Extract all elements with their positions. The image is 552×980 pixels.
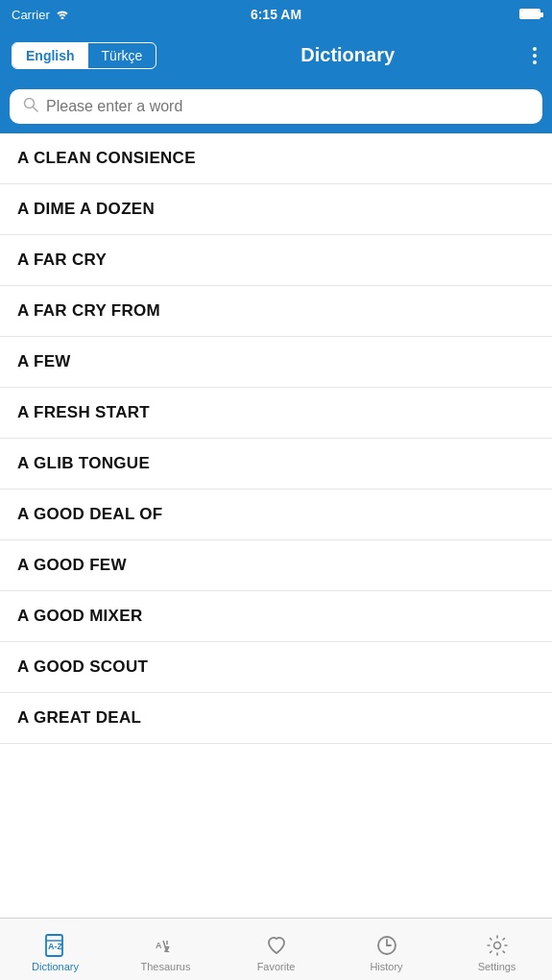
tab-dictionary-label: Dictionary <box>32 961 79 972</box>
list-item[interactable]: A FRESH START <box>0 388 552 439</box>
tab-bar: A-Z Dictionary A Z Thesaurus Favorite <box>0 918 552 980</box>
tab-settings[interactable]: Settings <box>442 927 552 972</box>
list-item[interactable]: A GOOD SCOUT <box>0 642 552 693</box>
list-item[interactable]: A DIME A DOZEN <box>0 184 552 235</box>
battery-icon <box>519 8 540 22</box>
svg-point-10 <box>493 942 500 948</box>
more-options-button[interactable] <box>529 43 540 68</box>
tab-history-label: History <box>370 961 402 972</box>
search-input[interactable] <box>46 98 529 115</box>
svg-text:A-Z: A-Z <box>48 942 62 951</box>
history-icon <box>374 933 399 958</box>
favorite-icon <box>264 933 289 958</box>
status-time: 6:15 AM <box>251 7 301 22</box>
list-item[interactable]: A GOOD FEW <box>0 540 552 591</box>
list-item[interactable]: A FAR CRY FROM <box>0 286 552 337</box>
header-title: Dictionary <box>166 44 529 66</box>
tab-thesaurus[interactable]: A Z Thesaurus <box>110 927 221 972</box>
thesaurus-icon: A Z <box>154 933 179 958</box>
tab-history[interactable]: History <box>331 927 442 972</box>
english-lang-button[interactable]: English <box>12 43 88 68</box>
turkish-lang-button[interactable]: Türkçe <box>88 43 156 68</box>
language-switcher[interactable]: English Türkçe <box>12 42 156 69</box>
tab-favorite[interactable]: Favorite <box>221 927 331 972</box>
tab-thesaurus-label: Thesaurus <box>141 961 191 972</box>
list-item[interactable]: A FEW <box>0 337 552 388</box>
list-item[interactable]: A GREAT DEAL <box>0 693 552 744</box>
tab-settings-label: Settings <box>478 961 516 972</box>
status-bar: Carrier 6:15 AM <box>0 0 552 29</box>
search-icon <box>23 97 38 116</box>
carrier-label: Carrier <box>12 8 50 22</box>
svg-text:A: A <box>156 941 162 950</box>
search-container <box>0 82 552 133</box>
list-item[interactable]: A GLIB TONGUE <box>0 439 552 490</box>
app-header: English Türkçe Dictionary <box>0 29 552 82</box>
tab-dictionary[interactable]: A-Z Dictionary <box>0 927 110 972</box>
wifi-icon <box>55 8 70 22</box>
list-item[interactable]: A GOOD DEAL OF <box>0 490 552 540</box>
dictionary-icon: A-Z <box>43 933 68 958</box>
search-bar <box>10 89 542 124</box>
list-item[interactable]: A FAR CRY <box>0 235 552 286</box>
word-list: A CLEAN CONSIENCEA DIME A DOZENA FAR CRY… <box>0 133 552 918</box>
svg-line-1 <box>34 108 38 112</box>
settings-icon <box>485 933 510 958</box>
list-item[interactable]: A GOOD MIXER <box>0 591 552 642</box>
tab-favorite-label: Favorite <box>257 961 296 972</box>
list-item[interactable]: A CLEAN CONSIENCE <box>0 133 552 184</box>
